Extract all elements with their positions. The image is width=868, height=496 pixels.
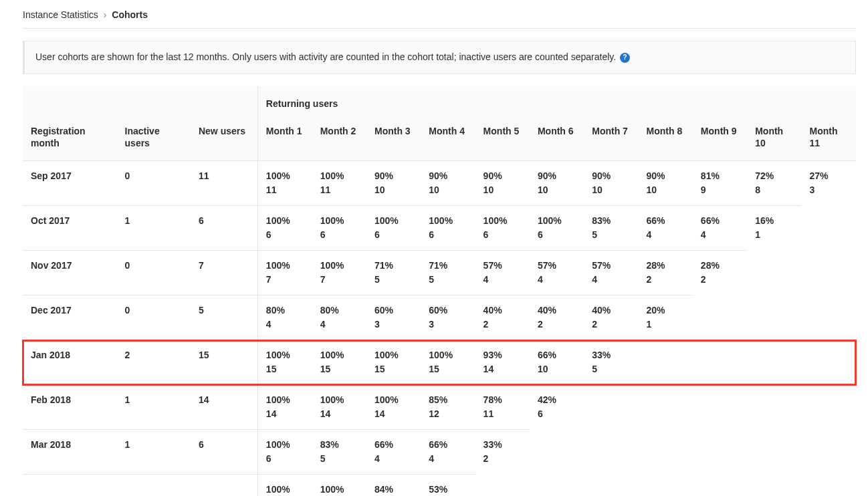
cell-count: 4 <box>266 318 306 332</box>
cell-count: 7 <box>266 273 306 287</box>
cell-month <box>801 385 856 430</box>
cell-month <box>801 340 856 385</box>
cell-month: 72%8 <box>747 161 801 206</box>
cell-month: 66%10 <box>530 340 584 385</box>
cell-month: 100%14 <box>366 385 421 430</box>
cell-month: 33%2 <box>475 430 530 475</box>
table-row: Feb 2018114100%14100%14100%1485%1278%114… <box>23 385 856 430</box>
header-month-11: Month 11 <box>801 113 856 161</box>
cell-percent: 100% <box>374 393 414 407</box>
cell-percent: 90% <box>538 169 577 183</box>
header-blank <box>191 86 257 113</box>
cell-percent: 42% <box>538 393 577 407</box>
cell-percent: 80% <box>320 303 360 318</box>
cell-month: 90%10 <box>584 161 638 206</box>
cell-inactive-users: 1 <box>117 206 191 251</box>
cell-percent: 53% <box>429 483 468 496</box>
cell-percent: 100% <box>374 348 414 362</box>
table-header: Returning users Registration month Inact… <box>23 86 856 161</box>
cell-month: 100% <box>312 475 366 496</box>
cell-month <box>747 295 801 340</box>
cell-count: 4 <box>374 452 414 466</box>
cell-month <box>639 340 693 385</box>
cell-percent: 28% <box>647 259 686 273</box>
cell-percent: 80% <box>266 303 306 318</box>
header-month-9: Month 9 <box>693 113 747 161</box>
cell-registration-month: Mar 2018 <box>23 430 117 475</box>
cell-new-users: 15 <box>191 340 257 385</box>
cell-count: 11 <box>266 183 306 197</box>
cell-inactive-users: 1 <box>117 385 191 430</box>
cell-month: 27%3 <box>801 161 856 206</box>
cell-count: 6 <box>483 228 523 242</box>
cell-month: 66%4 <box>693 206 747 251</box>
cell-count: 4 <box>592 273 631 287</box>
cell-count: 2 <box>483 318 523 332</box>
cell-count: 8 <box>755 183 794 197</box>
cell-month <box>639 475 693 496</box>
cell-count: 6 <box>266 228 306 242</box>
cell-count: 5 <box>374 273 414 287</box>
cell-percent: 90% <box>592 169 631 183</box>
cell-percent: 16% <box>755 214 794 228</box>
cell-month: 40%2 <box>530 295 584 340</box>
help-icon[interactable]: ? <box>620 53 630 63</box>
cell-month: 60%3 <box>366 295 421 340</box>
cell-count: 6 <box>538 228 577 242</box>
cell-month: 80%4 <box>257 295 312 340</box>
cell-count: 15 <box>374 362 414 376</box>
cell-count: 15 <box>320 362 360 376</box>
cell-percent: 66% <box>538 348 577 362</box>
cell-percent: 100% <box>429 348 468 362</box>
cell-new-users: 6 <box>191 206 257 251</box>
cell-inactive-users: 0 <box>117 295 191 340</box>
cell-month: 93%14 <box>475 340 530 385</box>
cell-month: 33%5 <box>584 340 638 385</box>
cell-percent: 100% <box>266 259 306 273</box>
cell-count: 10 <box>538 183 577 197</box>
cell-count: 15 <box>266 362 306 376</box>
cell-month <box>584 430 638 475</box>
cell-count: 4 <box>429 452 468 466</box>
cell-percent: 93% <box>483 348 523 362</box>
breadcrumb-current: Cohorts <box>112 9 148 20</box>
cell-month: 71%5 <box>366 251 421 295</box>
table-row: Jan 2018215100%15100%15100%15100%1593%14… <box>23 340 856 385</box>
cell-count: 7 <box>320 273 360 287</box>
cell-percent: 90% <box>429 169 468 183</box>
cell-percent: 90% <box>647 169 686 183</box>
cell-count: 14 <box>483 362 523 376</box>
cell-month: 90%10 <box>530 161 584 206</box>
cell-month <box>747 475 801 496</box>
cell-month <box>693 295 747 340</box>
cell-percent: 90% <box>483 169 523 183</box>
cell-month: 84% <box>366 475 421 496</box>
table-row: 100%100%84%53% <box>23 475 856 496</box>
cell-month: 90%10 <box>366 161 421 206</box>
header-registration-month: Registration month <box>23 113 117 161</box>
cell-percent: 83% <box>592 214 631 228</box>
cell-inactive-users: 2 <box>117 340 191 385</box>
cell-count: 5 <box>429 273 468 287</box>
cell-month: 100%14 <box>257 385 312 430</box>
cell-inactive-users <box>117 475 191 496</box>
cell-percent: 66% <box>374 438 414 452</box>
cell-percent: 28% <box>701 259 740 273</box>
breadcrumb-parent[interactable]: Instance Statistics <box>23 9 98 20</box>
cell-month: 71%5 <box>421 251 475 295</box>
cell-registration-month: Oct 2017 <box>23 206 117 251</box>
cell-month: 28%2 <box>639 251 693 295</box>
cell-percent: 66% <box>701 214 740 228</box>
cell-registration-month: Dec 2017 <box>23 295 117 340</box>
cell-month: 100%15 <box>312 340 366 385</box>
cell-month <box>801 206 856 251</box>
cell-month: 42%6 <box>530 385 584 430</box>
cell-month <box>584 385 638 430</box>
cell-month <box>584 475 638 496</box>
header-returning-users: Returning users <box>257 86 856 113</box>
cell-month: 90%10 <box>421 161 475 206</box>
cell-month: 100%11 <box>312 161 366 206</box>
header-new-users: New users <box>191 113 257 161</box>
cell-month <box>801 475 856 496</box>
cell-month: 66%4 <box>421 430 475 475</box>
